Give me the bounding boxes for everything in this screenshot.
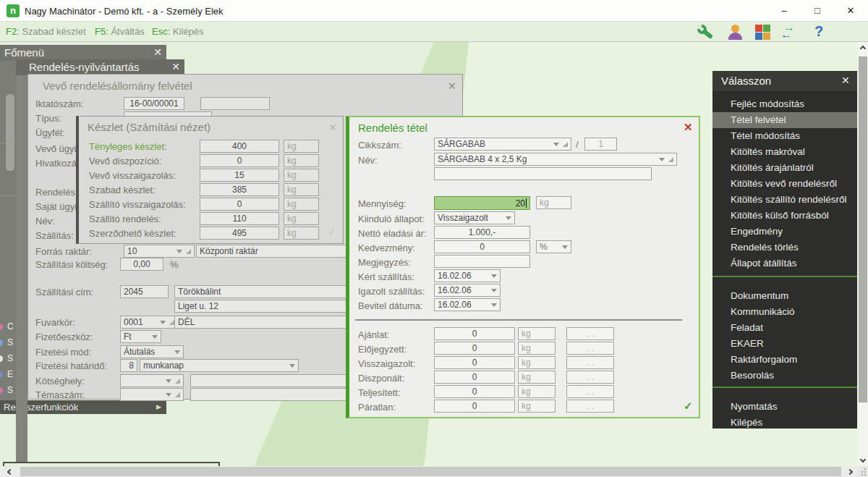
tipus-label: Típus: <box>35 113 61 124</box>
fizetoeszkoz-select[interactable]: Ft <box>120 330 161 343</box>
menu-item-kitoltes-makroval[interactable]: Kitöltés makróval <box>712 144 857 160</box>
menu-item-engedmeny[interactable]: Engedmény <box>712 224 857 240</box>
total-row-unit: kg <box>518 371 556 384</box>
menu-item-ekaer[interactable]: EKAER <box>712 336 857 352</box>
fizetesi-hatarido-unit-select[interactable]: munkanap <box>140 359 299 372</box>
menu-item-tetel-felvetel-selected[interactable]: Tétel felvétel <box>712 112 857 128</box>
shortcut-f2-free-stock[interactable]: F2: Szabad készlet <box>6 26 86 37</box>
fomenu-close-icon[interactable]: ✕ <box>152 46 163 59</box>
modules-grid-icon[interactable] <box>754 24 773 41</box>
horizontal-scrollbar-thumb[interactable] <box>20 467 841 476</box>
fomenu-window-titlebar[interactable]: Főmenü ✕ <box>0 45 166 61</box>
kedvezmeny-value: 0 <box>480 242 485 252</box>
bevitel-datuma-date-select[interactable]: 16.02.06 <box>434 298 501 311</box>
scroll-left-button[interactable] <box>0 466 20 477</box>
fomenu-item-partial[interactable]: S <box>7 353 13 363</box>
fomenu-item-partial[interactable]: S <box>7 385 13 395</box>
stock-dialog: Készlet (Számítási nézet) ✕ Tényleges ké… <box>76 116 344 244</box>
nev-label: Név: <box>35 216 55 227</box>
menu-item-kitoltes-arajanlatrol[interactable]: Kitöltés árajánlatról <box>712 160 857 176</box>
szallitasi-koltseg-field[interactable]: 0,00 <box>120 258 163 271</box>
corner-handle-icon <box>563 142 568 147</box>
fizetesi-mod-select[interactable]: Átutalás <box>120 345 184 358</box>
stock-row-value[interactable]: 15 <box>200 169 279 182</box>
item-nev-extra-field[interactable] <box>434 167 652 180</box>
order-item-ok-check-icon[interactable]: ✓ <box>684 400 693 413</box>
mennyiseg-unit-field: kg <box>536 196 571 209</box>
menu-item-raktarforgalom[interactable]: Raktárforgalom <box>712 352 857 368</box>
maximize-button[interactable]: □ <box>801 0 833 22</box>
close-button[interactable]: ✕ <box>835 0 867 22</box>
megjegyzes-field[interactable] <box>434 255 530 268</box>
menu-item-rendeles-torles[interactable]: Rendelés törlés <box>712 240 857 256</box>
menu-item-kommunikacio[interactable]: Kommunikáció <box>712 304 857 320</box>
zip-value: 2045 <box>124 287 143 297</box>
help-icon[interactable]: ? <box>809 23 828 41</box>
stock-row-value[interactable]: 495 <box>200 227 279 240</box>
shortcut-esc-exit[interactable]: Esc: Kilépés <box>152 26 204 37</box>
kert-szallitas-date-select[interactable]: 16.02.06 <box>434 269 501 282</box>
scroll-down-button[interactable] <box>858 453 868 466</box>
fuvarkor-select[interactable]: 0001 <box>120 316 178 329</box>
empty-date: . . <box>587 401 594 411</box>
fomenu-item-partial[interactable]: E <box>7 369 13 379</box>
stock-row-value[interactable]: 400 <box>200 140 279 153</box>
stock-ok-check-icon[interactable]: ✓ <box>328 225 337 238</box>
menu-item-tetel-modositas[interactable]: Tétel módosítás <box>712 128 857 144</box>
szallitasi-cim-zip-field[interactable]: 2045 <box>120 285 169 298</box>
order-header-close-icon[interactable]: ✕ <box>448 80 456 92</box>
kotseghely-select[interactable] <box>120 374 184 387</box>
forras-raktar-select[interactable]: 10 <box>124 245 195 258</box>
vertical-scrollbar-thumb[interactable] <box>859 56 867 402</box>
action-menu-close-icon[interactable]: ✕ <box>841 75 850 86</box>
empty-date: . . <box>587 329 594 339</box>
orders-window-titlebar[interactable]: Rendelés-nyilvántartás ✕ <box>16 59 184 75</box>
fomenu-left-strip: C S S E S <box>0 61 16 414</box>
stock-row-value[interactable]: 110 <box>200 212 279 225</box>
kiindulo-allapot-select[interactable]: Visszaigazolt <box>434 211 515 224</box>
cikkszam-select[interactable]: SÁRGABAB <box>434 138 571 151</box>
total-value: 0 <box>472 372 477 382</box>
iktatoszam-field[interactable]: 16-00/00001 <box>124 97 184 110</box>
transfer-arrows-icon[interactable]: → ← <box>780 22 799 40</box>
shortcut-f5-switch[interactable]: F5: Átváltás <box>95 26 145 37</box>
scroll-right-button[interactable] <box>841 466 858 477</box>
menu-item-kitoltes-vevo-rendelesrol[interactable]: Kitöltés vevő rendelésről <box>712 176 857 192</box>
menu-item-nyomtatas[interactable]: Nyomtatás <box>712 399 857 415</box>
menu-item-allapot-atallitas[interactable]: Állapot átállítás <box>712 256 857 271</box>
orders-window-close-icon[interactable]: ✕ <box>170 61 182 74</box>
user-icon[interactable] <box>726 24 745 41</box>
fomenu-scrollbar-thumb[interactable] <box>6 94 14 171</box>
menu-item-kitoltes-szallito-rendelesrol[interactable]: Kitöltés szállító rendelésről <box>712 192 857 208</box>
menu-item-fejlec-modositas[interactable]: Fejléc módosítás <box>712 96 857 112</box>
kedvezmeny-unit-select[interactable]: % <box>536 240 571 253</box>
minimize-button[interactable]: – <box>768 0 800 22</box>
expand-arrow-icon: ▶ <box>156 400 161 414</box>
menu-item-kitoltes-kulso-forrasbol[interactable]: Kitöltés külső forrásból <box>712 208 857 224</box>
menu-item-dokumentum[interactable]: Dokumentum <box>712 288 857 304</box>
kedvezmeny-field[interactable]: 0 <box>434 240 530 253</box>
menu-item-kilepes[interactable]: Kilépés <box>712 415 857 429</box>
stock-dialog-close-icon[interactable]: ✕ <box>328 122 337 133</box>
scroll-up-button[interactable] <box>858 42 868 55</box>
stock-row-value[interactable]: 0 <box>200 154 279 167</box>
grip-dot <box>864 474 866 476</box>
mennyiseg-input[interactable]: 20 <box>434 196 530 210</box>
igazolt-szallitas-date-select[interactable]: 16.02.06 <box>434 284 501 297</box>
menu-item-besorolas[interactable]: Besorolás <box>712 368 857 384</box>
kiindulo-allapot-label: Kiinduló állapot: <box>358 214 425 224</box>
settings-wrench-icon[interactable] <box>697 24 715 41</box>
menu-item-feladat[interactable]: Feladat <box>712 320 857 336</box>
iktatoszam-extra-field[interactable] <box>200 97 270 110</box>
item-nev-select[interactable]: SÁRGABAB 4 x 2,5 Kg <box>434 153 677 166</box>
temaszam-select[interactable] <box>120 388 184 401</box>
netto-ar-field[interactable]: 1.000,- <box>434 226 530 239</box>
stock-row-value[interactable]: 0 <box>200 198 279 211</box>
total-row-label: Előjegyzett: <box>358 344 407 355</box>
fizetesi-hatarido-field[interactable]: 8 <box>120 359 137 372</box>
stock-row-value[interactable]: 385 <box>200 183 279 196</box>
fomenu-item-partial[interactable]: S <box>7 337 13 347</box>
resize-grip-icon[interactable] <box>858 466 868 477</box>
fomenu-item-partial[interactable]: C <box>7 321 14 332</box>
order-item-close-icon[interactable]: ✕ <box>684 121 693 134</box>
